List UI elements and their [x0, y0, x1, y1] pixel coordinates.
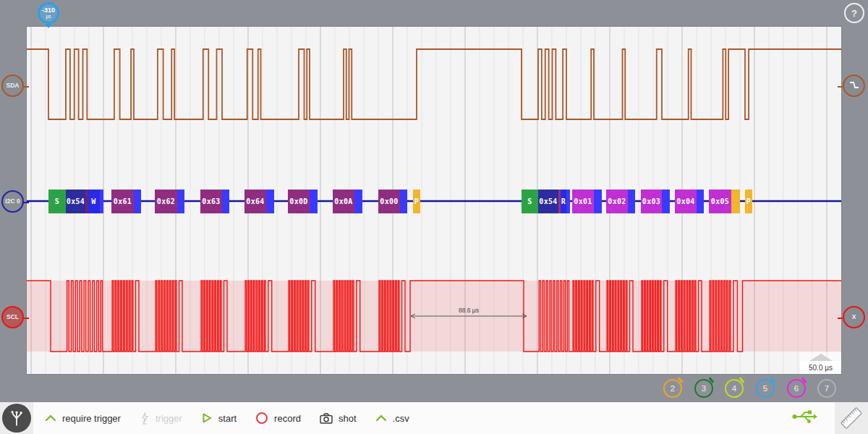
record-icon: [255, 412, 268, 425]
measurement-label: 88.6 µs: [459, 307, 479, 314]
toolbar-right: [791, 402, 868, 434]
timebase-label: 50.0 µs: [800, 361, 841, 374]
workspace-tabs: 234567: [0, 374, 841, 402]
tab-tail: [770, 377, 775, 383]
toolbar-trigger-button[interactable]: trigger: [140, 412, 182, 425]
channel-label-sda[interactable]: SDA: [1, 75, 24, 97]
toolbar-trigger-label: trigger: [156, 413, 182, 424]
channel-label-i2c0[interactable]: I2C 0: [1, 190, 24, 213]
timebase-collapse-handle[interactable]: [800, 352, 841, 361]
timebase-widget[interactable]: 50.0 µs: [800, 352, 841, 374]
channel-connector: [22, 202, 29, 203]
app-logo-icon[interactable]: [2, 404, 31, 433]
marker-unit: µs: [46, 14, 51, 20]
workspace-tab-6[interactable]: 6: [787, 379, 806, 398]
toolbar-items: require triggertriggerstartrecordshot.cs…: [45, 412, 428, 425]
tab-tail: [801, 377, 807, 383]
workspace-tab-5[interactable]: 5: [756, 379, 775, 398]
toolbar: require triggertriggerstartrecordshot.cs…: [0, 402, 868, 434]
toolbar-require-trigger-button[interactable]: require trigger: [45, 413, 121, 424]
channel-connector: [838, 86, 844, 88]
sda-trace: [27, 49, 841, 119]
waveform-svg: 88.6 µs: [27, 27, 841, 374]
chevron-up-icon: [375, 414, 387, 422]
waveform-viewport[interactable]: 88.6 µs S0x54W0x610x620x630x640x0D0x0A0x…: [27, 27, 841, 374]
tab-tail: [677, 377, 683, 383]
workspace-tab-4[interactable]: 4: [725, 379, 744, 398]
chevron-up-icon: [45, 414, 56, 422]
marker-value: -310: [42, 7, 55, 14]
toolbar-csv-label: .csv: [393, 413, 409, 424]
ruler-icon[interactable]: [837, 404, 866, 433]
toolbar-shot-label: shot: [339, 413, 357, 424]
toolbar-record-button[interactable]: record: [255, 412, 301, 425]
logo-box: [0, 402, 33, 434]
toolbar-start-label: start: [218, 413, 237, 424]
lightning-icon: [140, 412, 150, 425]
channel-connector: [838, 318, 844, 319]
toolbar-csv-button[interactable]: .csv: [375, 413, 409, 424]
camera-icon: [320, 413, 333, 424]
logic-analyzer-app: 88.6 µs S0x54W0x610x620x630x640x0D0x0A0x…: [0, 0, 868, 434]
tab-tail: [708, 377, 714, 383]
falling-edge-icon: [848, 79, 861, 92]
marker-pointer: [45, 24, 52, 28]
workspace-tab-2[interactable]: 2: [663, 379, 682, 398]
trigger-position-marker[interactable]: -310 µs: [38, 2, 59, 24]
workspace-tab-3[interactable]: 3: [694, 379, 713, 398]
sda-trigger-button[interactable]: [843, 75, 865, 97]
toolbar-record-label: record: [274, 413, 301, 424]
scl-trigger-button[interactable]: X: [843, 306, 865, 328]
ruler-tool-box: [835, 402, 868, 434]
workspace-tab-7[interactable]: 7: [817, 379, 836, 398]
channel-connector: [22, 318, 29, 319]
toolbar-start-button[interactable]: start: [201, 412, 237, 424]
help-button[interactable]: ?: [844, 3, 864, 23]
toolbar-require-trigger-label: require trigger: [62, 413, 121, 424]
tab-tail: [739, 377, 744, 383]
channel-label-scl[interactable]: SCL: [1, 306, 24, 328]
toolbar-shot-button[interactable]: shot: [320, 413, 357, 424]
channel-connector: [22, 86, 29, 88]
play-icon: [201, 412, 213, 424]
chevron-up-icon: [809, 354, 833, 361]
usb-device-icon[interactable]: [791, 409, 819, 427]
